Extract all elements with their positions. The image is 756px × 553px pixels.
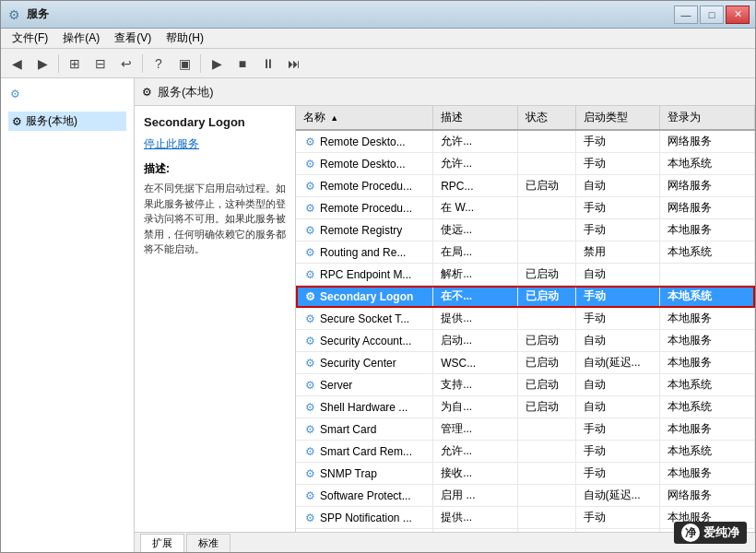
menu-item-查看v[interactable]: 查看(V) xyxy=(107,29,159,48)
cell-logon: 本地服务 xyxy=(660,463,755,485)
menu-item-帮助h[interactable]: 帮助(H) xyxy=(159,29,211,48)
cell-name: ⚙Remote Registry xyxy=(296,219,433,241)
close-button[interactable]: ✕ xyxy=(726,6,750,24)
table-row[interactable]: ⚙Remote Registry使远...手动本地服务 xyxy=(296,219,755,241)
bottom-tabs: 扩展 标准 xyxy=(135,532,755,552)
service-table-container: 名称 ▲ 描述 状态 启动类型 xyxy=(296,106,755,532)
export-button[interactable]: ▣ xyxy=(172,53,196,75)
col-status[interactable]: 状态 xyxy=(517,106,575,130)
table-row[interactable]: ⚙Secure Socket T...提供...手动本地服务 xyxy=(296,308,755,330)
watermark-text: 爱纯净 xyxy=(703,524,739,541)
stop-service-link[interactable]: 停止此服务 xyxy=(144,136,286,152)
cell-startup: 手动 xyxy=(575,463,659,485)
detail-area: Secondary Logon 停止此服务 描述: 在不同凭据下启用启动过程。如… xyxy=(135,106,755,532)
cell-logon: 本地服务 xyxy=(660,352,755,374)
cell-desc: 解析... xyxy=(433,264,517,286)
cell-desc: 提供... xyxy=(433,507,517,529)
cell-name: ⚙Security Center xyxy=(296,352,433,374)
cell-status xyxy=(517,153,575,175)
cell-startup: 自动 xyxy=(575,374,659,396)
table-row[interactable]: ⚙Remote Procedu...在 W...手动网络服务 xyxy=(296,197,755,219)
table-row[interactable]: ⚙Remote Procedu...RPC...已启动自动网络服务 xyxy=(296,175,755,197)
cell-desc: 在不... xyxy=(433,286,517,308)
play-button[interactable]: ▶ xyxy=(205,53,229,75)
collapse-button[interactable]: ⊟ xyxy=(89,53,112,75)
cell-status xyxy=(517,441,575,463)
table-row[interactable]: ⚙RPC Endpoint M...解析...已启动自动 xyxy=(296,264,755,286)
col-startup-label: 启动类型 xyxy=(584,111,628,124)
cell-desc: 启用 ... xyxy=(433,485,517,507)
stop-button[interactable]: ■ xyxy=(230,53,254,75)
menu-bar: 文件(F)操作(A)查看(V)帮助(H) xyxy=(1,29,755,49)
window-controls: — □ ✕ xyxy=(674,6,750,24)
panel-header-title: 服务(本地) xyxy=(158,84,214,100)
cell-name: ⚙Secure Socket T... xyxy=(296,308,433,330)
menu-item-操作a[interactable]: 操作(A) xyxy=(55,29,107,48)
table-row[interactable]: ⚙Smart Card Rem...允许...手动本地系统 xyxy=(296,441,755,463)
table-row[interactable]: ⚙Remote Desktо...允许...手动本地系统 xyxy=(296,153,755,175)
table-row[interactable]: ⚙Smart Card管理...手动本地服务 xyxy=(296,418,755,441)
cell-logon: 本地系统 xyxy=(660,441,755,463)
col-name[interactable]: 名称 ▲ xyxy=(296,106,433,130)
tab-extended[interactable]: 扩展 xyxy=(140,534,184,552)
cell-desc: 为自... xyxy=(433,396,517,418)
cell-logon: 本地系统 xyxy=(660,286,755,308)
table-row[interactable]: ⚙Shell Hardware ...为自...已启动自动本地系统 xyxy=(296,396,755,418)
cell-desc: 允许... xyxy=(433,130,517,153)
table-row[interactable]: ⚙Routing and Re...在局...禁用本地系统 xyxy=(296,241,755,264)
cell-startup: 禁用 xyxy=(575,241,659,264)
table-row[interactable]: ⚙Server支持...已启动自动本地系统 xyxy=(296,374,755,396)
cell-desc: 支持... xyxy=(433,374,517,396)
left-panel: ⚙ ⚙ 服务(本地) xyxy=(1,78,135,552)
cell-status xyxy=(517,308,575,330)
refresh-button[interactable]: ↩ xyxy=(114,53,138,75)
col-desc[interactable]: 描述 xyxy=(433,106,517,130)
table-row[interactable]: ⚙Security CenterWSC...已启动自动(延迟...本地服务 xyxy=(296,352,755,374)
cell-status xyxy=(517,197,575,219)
col-logon-label: 登录为 xyxy=(667,111,701,124)
menu-item-文件f[interactable]: 文件(F) xyxy=(5,29,55,48)
help-button[interactable]: ? xyxy=(147,53,171,75)
table-header: 名称 ▲ 描述 状态 启动类型 xyxy=(296,106,755,130)
col-logon[interactable]: 登录为 xyxy=(660,106,755,130)
header-row: 名称 ▲ 描述 状态 启动类型 xyxy=(296,106,755,130)
cell-status: 已启动 xyxy=(517,374,575,396)
restart-button[interactable]: ⏭ xyxy=(282,53,306,75)
cell-desc: 管理... xyxy=(433,418,517,441)
cell-startup: 自动 xyxy=(575,175,659,197)
pause-button[interactable]: ⏸ xyxy=(256,53,280,75)
table-row[interactable]: ⚙Secondary Logon在不...已启动手动本地系统 xyxy=(296,286,755,308)
cell-status xyxy=(517,485,575,507)
tree-item-label: 服务(本地) xyxy=(26,113,77,129)
view-button[interactable]: ⊞ xyxy=(63,53,87,75)
cell-status: 已启动 xyxy=(517,175,575,197)
back-button[interactable]: ◀ xyxy=(5,53,29,75)
cell-logon: 网络服务 xyxy=(660,175,755,197)
forward-button[interactable]: ▶ xyxy=(30,53,54,75)
table-row[interactable]: ⚙Software Protect...启用 ...自动(延迟...网络服务 xyxy=(296,485,755,507)
table-row[interactable]: ⚙Remote Desktо...允许...手动网络服务 xyxy=(296,130,755,153)
cell-name: ⚙Security Account... xyxy=(296,330,433,352)
cell-status xyxy=(517,241,575,264)
restore-button[interactable]: □ xyxy=(700,6,724,24)
service-table: 名称 ▲ 描述 状态 启动类型 xyxy=(296,106,755,532)
cell-desc: 允许... xyxy=(433,153,517,175)
cell-logon: 本地系统 xyxy=(660,153,755,175)
tab-standard[interactable]: 标准 xyxy=(186,534,230,552)
cell-logon: 本地服务 xyxy=(660,418,755,441)
cell-logon: 本地服务 xyxy=(660,330,755,352)
table-row[interactable]: ⚙Security Account...启动...已启动自动本地服务 xyxy=(296,330,755,352)
tree-item-local-services[interactable]: ⚙ 服务(本地) xyxy=(8,112,126,131)
table-row[interactable]: ⚙SNMP Trap接收...手动本地服务 xyxy=(296,463,755,485)
col-startup[interactable]: 启动类型 xyxy=(575,106,659,130)
desc-text: 在不同凭据下启用启动过程。如果此服务被停止，这种类型的登录访问将不可用。如果此服… xyxy=(144,181,286,257)
cell-desc: 接收... xyxy=(433,463,517,485)
cell-name: ⚙Remote Procedu... xyxy=(296,175,433,197)
cell-startup: 手动 xyxy=(575,286,659,308)
desc-label: 描述: xyxy=(144,161,286,177)
cell-status: 已启动 xyxy=(517,286,575,308)
toolbar-separator-3 xyxy=(200,54,201,73)
cell-desc: 使远... xyxy=(433,219,517,241)
col-status-label: 状态 xyxy=(526,111,548,124)
minimize-button[interactable]: — xyxy=(674,6,698,24)
